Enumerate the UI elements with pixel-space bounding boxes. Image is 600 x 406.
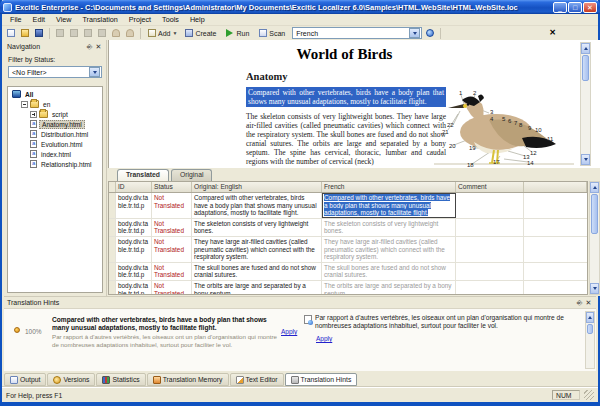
find-button[interactable] [96, 28, 108, 39]
scroll-down-icon[interactable] [590, 283, 599, 294]
undo-icon [112, 29, 120, 37]
status-filter-select[interactable]: <No Filter> [8, 66, 102, 78]
menu-translation[interactable]: Translation [77, 14, 122, 25]
table-row[interactable]: body.div.table.tr.td.pNot TranslatedThey… [109, 237, 587, 263]
menu-tools[interactable]: Tools [157, 14, 184, 25]
tab-text-editor[interactable]: Text Editor [230, 373, 284, 386]
pin-icon[interactable]: ⎆ [85, 42, 94, 51]
scroll-thumb[interactable] [591, 194, 598, 234]
tree-item-anatomy-html[interactable]: Anatomy.html [8, 119, 102, 129]
cell-comment[interactable] [456, 263, 524, 280]
maximize-button[interactable]: □ [568, 2, 582, 13]
language-settings-button[interactable] [424, 28, 436, 39]
add-button[interactable]: Add ▼ [145, 28, 180, 39]
tree-item-index-html[interactable]: index.html [8, 149, 102, 159]
minimize-button[interactable]: _ [553, 2, 567, 13]
table-row[interactable]: body.div.table.tr.td.pNot TranslatedThe … [109, 263, 587, 281]
cell-comment[interactable] [456, 281, 524, 295]
tree-item-distribution-html[interactable]: Distribution.html [8, 129, 102, 139]
menu-edit[interactable]: Edit [28, 14, 50, 25]
selected-paragraph[interactable]: Compared with other vertebrates, birds h… [246, 87, 446, 107]
tree-item-label: Evolution.html [39, 141, 84, 148]
scroll-up-icon[interactable] [590, 182, 599, 193]
close-panel-icon[interactable]: ✕ [584, 298, 593, 307]
scroll-thumb[interactable] [582, 55, 589, 81]
table-row[interactable]: body.div.table.tr.td.pNot TranslatedThe … [109, 219, 587, 237]
close-button[interactable]: ✕ [583, 2, 597, 13]
menu-project[interactable]: Project [124, 14, 156, 25]
cell-filler [524, 219, 587, 236]
new-button[interactable] [5, 28, 17, 39]
document-scrollbar[interactable] [580, 42, 591, 166]
cell-comment[interactable] [456, 193, 524, 218]
tab-translation-memory[interactable]: Translation Memory [147, 373, 229, 386]
grid-scrollbar[interactable] [589, 181, 600, 295]
column-header-status[interactable]: Status [152, 182, 192, 192]
redo-button[interactable] [124, 28, 136, 39]
expand-icon[interactable] [30, 111, 37, 118]
hints-scrollbar[interactable] [585, 311, 595, 369]
cell-french[interactable]: The skull bones are fused and do not sho… [322, 263, 456, 280]
memory-match: Compared with other vertebrates, birds h… [52, 316, 277, 348]
run-button[interactable]: Run [223, 28, 254, 39]
hints-panel-title: Translation Hints [7, 299, 575, 306]
close-document-icon[interactable]: ✕ [547, 27, 558, 38]
cell-comment[interactable] [456, 237, 524, 262]
cell-french[interactable]: They have large air-filled cavities (cal… [322, 237, 456, 262]
tab-translated[interactable]: Translated [117, 169, 169, 181]
tab-statistics[interactable]: Statistics [96, 373, 145, 386]
cell-comment[interactable] [456, 219, 524, 236]
chevron-down-icon: ▼ [172, 30, 177, 36]
paste-button[interactable] [82, 28, 94, 39]
language-select-value: French [293, 30, 409, 37]
tree-item-evolution-html[interactable]: Evolution.html [8, 139, 102, 149]
language-select[interactable]: French [292, 27, 422, 39]
scroll-up-icon[interactable] [586, 312, 594, 323]
versions-icon [53, 376, 61, 384]
create-button[interactable]: Create [182, 28, 221, 39]
pin-icon[interactable]: ⎆ [575, 298, 584, 307]
tab-output[interactable]: Output [4, 373, 46, 386]
apply-suggestion-link[interactable]: Apply [316, 335, 332, 342]
close-panel-icon[interactable]: ✕ [94, 42, 103, 51]
cell-french[interactable]: The skeleton consists of very lightweigh… [322, 219, 456, 236]
tree-item-en[interactable]: en [8, 99, 102, 109]
menu-file[interactable]: File [5, 14, 27, 25]
scroll-up-icon[interactable] [581, 43, 590, 54]
column-header-id[interactable]: ID [116, 182, 152, 192]
resize-grip[interactable] [584, 390, 594, 400]
apply-link[interactable]: Apply [281, 328, 297, 335]
html-file-icon [30, 130, 37, 138]
table-row[interactable]: body.div.table.tr.td.pNot TranslatedThe … [109, 281, 587, 295]
cut-button[interactable] [54, 28, 66, 39]
tree-item-script[interactable]: script [8, 109, 102, 119]
tab-versions[interactable]: Versions [47, 373, 95, 386]
toolbar: Add ▼ Create Run Scan French ✕ [2, 26, 598, 40]
bird-label: 21 [442, 129, 449, 135]
copy-icon [70, 29, 78, 37]
undo-button[interactable] [110, 28, 122, 39]
menu-help[interactable]: Help [185, 14, 210, 25]
collapse-icon[interactable] [21, 101, 28, 108]
open-button[interactable] [19, 28, 31, 39]
tree-item-all[interactable]: All [8, 89, 102, 99]
filter-dropdown-button[interactable] [89, 67, 100, 77]
bird-label: 12 [530, 150, 537, 156]
scroll-thumb[interactable] [587, 324, 593, 334]
tab-translation-hints[interactable]: Translation Hints [285, 373, 358, 386]
scan-button[interactable]: Scan [256, 28, 290, 39]
scroll-down-icon[interactable] [581, 154, 590, 165]
column-header-comment[interactable]: Comment [456, 182, 524, 192]
cell-french[interactable]: The orbits are large and separated by a … [322, 281, 456, 295]
language-dropdown-button[interactable] [409, 28, 420, 38]
tab-original[interactable]: Original [171, 169, 212, 181]
tree-item-relationship-html[interactable]: Relationship.html [8, 159, 102, 169]
cell-french[interactable]: Compared with other vertebrates, birds h… [322, 193, 456, 218]
tree-item-label: Relationship.html [39, 161, 94, 168]
menu-view[interactable]: View [51, 14, 76, 25]
table-row[interactable]: body.div.table.tr.td.pNot TranslatedComp… [109, 193, 587, 219]
save-button[interactable] [33, 28, 45, 39]
copy-button[interactable] [68, 28, 80, 39]
column-header-french[interactable]: French [322, 182, 456, 192]
column-header-original-english[interactable]: Original: English [192, 182, 322, 192]
